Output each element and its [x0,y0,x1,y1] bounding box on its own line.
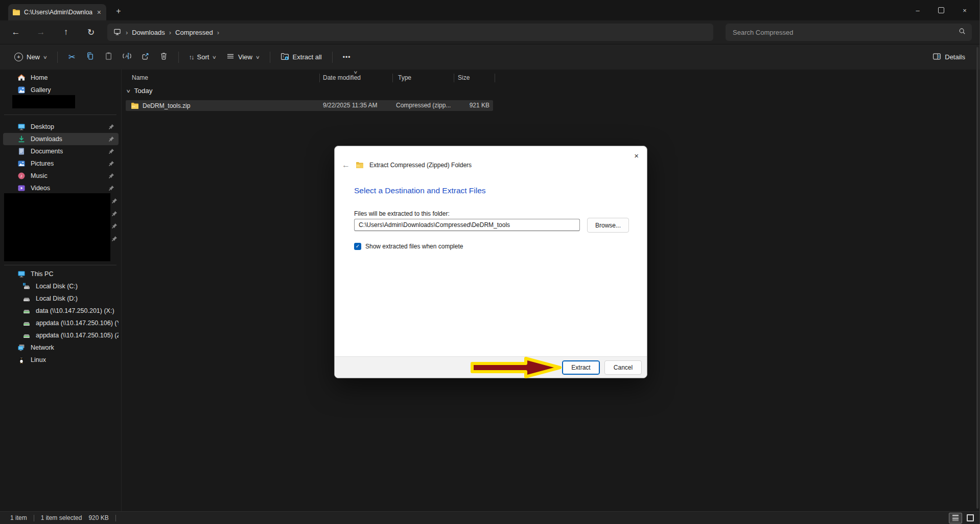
sidebar-item-pictures[interactable]: Pictures [3,157,119,170]
videos-icon [17,184,26,192]
view-button[interactable]: View ∨ [221,49,265,65]
sidebar-item-documents[interactable]: Documents [3,145,119,157]
sidebar-item-home[interactable]: Home [3,72,119,84]
breadcrumb-item-downloads[interactable]: Downloads [132,29,165,36]
column-divider[interactable] [392,74,393,82]
drive-icon [22,294,31,303]
redacted-block [12,95,75,108]
more-options-button[interactable]: ••• [338,49,356,66]
forward-button[interactable]: → [34,27,48,37]
sidebar-item-label: This PC [31,270,53,278]
sidebar-item-network-drive-x[interactable]: data (\\10.147.250.201) (X:) [3,305,119,317]
breadcrumb[interactable]: › Downloads › Compressed › [107,24,713,41]
column-header-type[interactable]: Type [398,74,411,81]
navigation-bar: ← → ↑ ↻ › Downloads › Compressed › [0,20,979,44]
sidebar-item-network[interactable]: Network [3,341,119,354]
new-tab-button[interactable]: + [112,5,125,17]
title-bar: C:\Users\Admin\Downloads\C × + – × [0,0,979,20]
chevron-down-icon: ∨ [255,55,260,60]
show-files-checkbox[interactable]: ✓ [354,243,361,250]
sort-button-label: Sort [197,53,209,61]
new-button[interactable]: + New ∨ [9,49,52,65]
sort-button[interactable]: ↑↓ Sort ∨ [184,50,221,64]
column-header-name[interactable]: Name [132,74,148,81]
column-divider[interactable] [495,74,495,82]
breadcrumb-item-compressed[interactable]: Compressed [175,29,213,36]
search-input[interactable] [732,28,959,37]
this-pc-icon [17,270,26,278]
pin-icon [108,148,114,154]
delete-button[interactable] [155,49,173,66]
column-divider[interactable] [454,74,454,82]
linux-penguin-icon [17,356,26,364]
sidebar-item-music[interactable]: ♪ Music [3,170,119,182]
browse-button[interactable]: Browse... [587,218,629,233]
column-divider[interactable] [319,74,320,82]
tab-title: C:\Users\Admin\Downloads\C [24,9,92,16]
tab-close-icon[interactable]: × [96,9,102,16]
back-button[interactable]: ← [9,27,22,37]
up-button[interactable]: ↑ [59,27,73,37]
sidebar-item-this-pc[interactable]: This PC [3,268,119,280]
rename-button[interactable]: A [118,49,136,66]
search-box[interactable] [726,24,972,41]
extract-all-button[interactable]: Extract all [275,49,327,66]
maximize-button[interactable] [929,0,953,20]
network-drive-icon [22,307,31,315]
pin-icon [108,136,114,142]
column-header-date-modified[interactable]: Date modified [323,74,361,81]
dialog-close-icon[interactable]: × [634,151,639,160]
share-icon [141,52,150,62]
sidebar-item-desktop[interactable]: Desktop [3,121,119,133]
file-name: DeDRM_tools.zip [143,102,190,109]
sidebar-item-network-drive-z[interactable]: appdata (\\10.147.250.105) (Z:) [3,329,119,341]
cut-button[interactable]: ✂ [63,49,81,66]
sidebar-item-downloads[interactable]: Downloads [3,133,119,145]
destination-label: Files will be extracted to this folder: [354,210,450,217]
details-view-button[interactable] [949,513,962,523]
status-bar: 1 item 1 item selected 920 KB [0,511,979,524]
dialog-back-icon[interactable]: ← [342,161,350,170]
destination-path-input[interactable] [354,219,580,231]
refresh-button[interactable]: ↻ [84,27,98,38]
sidebar-item-label: appdata (\\10.147.250.105) (Z:) [36,332,119,339]
group-header-today[interactable]: ∨ Today [127,87,153,95]
close-button[interactable]: × [953,0,976,20]
redacted-block [4,193,110,261]
sidebar-item-network-drive-y[interactable]: appdata (\\10.147.250.106) (Y:) [3,317,119,329]
copy-button[interactable] [81,49,100,66]
file-date-modified: 9/22/2025 11:35 AM [323,102,378,109]
share-button[interactable] [136,49,155,66]
explorer-tab[interactable]: C:\Users\Admin\Downloads\C × [8,4,106,20]
file-row-dedrm-tools-zip[interactable]: DeDRM_tools.zip 9/22/2025 11:35 AM Compr… [126,100,493,111]
sidebar-item-local-disk-d[interactable]: Local Disk (D:) [3,292,119,305]
scrollbar[interactable] [976,47,978,509]
cancel-button[interactable]: Cancel [604,360,642,375]
sidebar-divider [121,70,122,511]
chevron-down-icon: ∨ [212,55,217,60]
column-header-size[interactable]: Size [458,74,470,81]
pin-icon [111,235,118,241]
file-size: 921 KB [432,102,489,109]
minimize-button[interactable]: – [906,0,929,20]
plus-circle-icon: + [14,53,23,61]
sidebar-item-gallery[interactable]: Gallery [3,84,119,96]
svg-text:A: A [125,54,128,59]
sidebar-item-local-disk-c[interactable]: Local Disk (C:) [3,280,119,292]
selection-size: 920 KB [88,514,108,521]
large-icons-view-button[interactable] [964,513,976,523]
system-drive-icon [22,282,31,290]
pin-icon [108,124,114,130]
file-explorer-window: C:\Users\Admin\Downloads\C × + – × ← → ↑… [0,0,980,524]
sidebar-item-label: Pictures [31,160,54,167]
sidebar-item-linux[interactable]: Linux [3,354,119,366]
sidebar-item-videos[interactable]: Videos [3,182,119,194]
extract-button[interactable]: Extract [562,360,600,375]
paste-button[interactable] [100,49,118,66]
sidebar-item-label: Local Disk (C:) [36,283,78,290]
dialog-heading: Select a Destination and Extract Files [354,186,486,195]
zip-folder-icon [356,161,364,169]
details-pane-button[interactable]: Details [927,49,970,66]
chevron-right-icon: › [217,29,219,36]
sidebar-item-label: Local Disk (D:) [36,295,78,302]
